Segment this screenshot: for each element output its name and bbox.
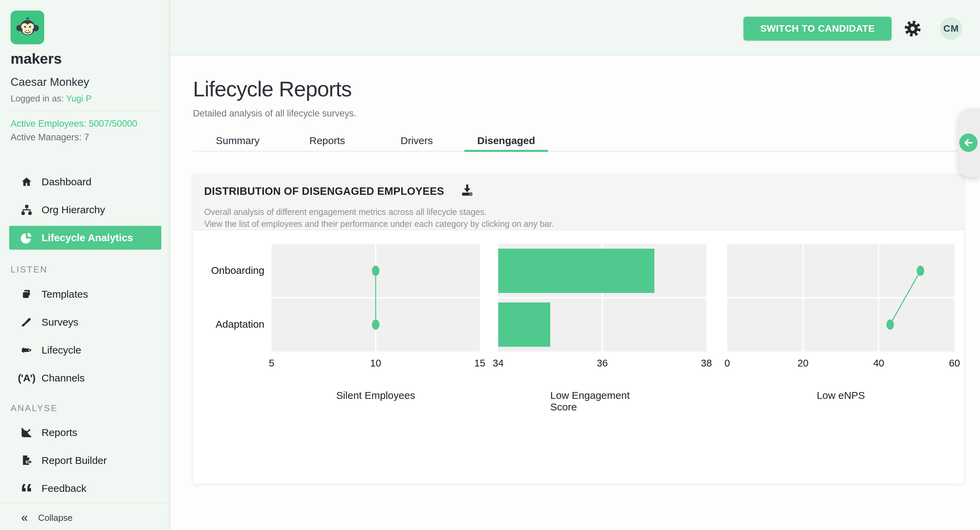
quote-icon: “ — [20, 482, 33, 495]
tab-disengaged[interactable]: Disengaged — [461, 133, 551, 151]
user-avatar[interactable]: CM — [940, 18, 962, 40]
x-axis-tick: 40 — [873, 358, 884, 369]
plot-area — [498, 244, 706, 351]
sidebar-divider — [11, 111, 160, 111]
x-axis-tick: 60 — [949, 358, 960, 369]
listen-nav: Templates Surveys Lifecycle ('A') — [9, 283, 161, 394]
home-icon — [20, 175, 33, 189]
sidebar-item-label: Lifecycle Analytics — [41, 232, 133, 244]
disengaged-distribution-card: DISTRIBUTION OF DISENGAGED EMPLOYEES Ove… — [193, 175, 964, 484]
tab-summary[interactable]: Summary — [193, 133, 282, 151]
switch-to-candidate-button[interactable]: SWITCH TO CANDIDATE — [743, 17, 891, 40]
chart-low-engagement-score: 343638Low Engagement Score — [498, 230, 706, 483]
gridline-horizontal — [727, 297, 955, 299]
plot-area — [272, 244, 480, 351]
sidebar-item-reports[interactable]: Reports — [9, 421, 161, 444]
main-content: Lifecycle Reports Detailed analysis of a… — [170, 56, 980, 530]
pie-chart-icon — [20, 231, 33, 244]
settings-gear-icon[interactable] — [904, 19, 922, 38]
open-drawer-button[interactable] — [959, 134, 978, 152]
sidebar-bottom-divider — [0, 503, 170, 503]
sidebar-item-label: Surveys — [41, 316, 78, 328]
tab-drivers[interactable]: Drivers — [372, 133, 461, 151]
download-icon[interactable] — [458, 180, 477, 200]
x-axis-tick: 0 — [724, 358, 730, 369]
main-nav: Dashboard Org Hierarchy Lifecycle Anal — [9, 170, 161, 254]
file-export-icon — [20, 454, 33, 467]
x-axis-tick: 34 — [493, 358, 504, 369]
sidebar: makers Caesar Monkey Logged in as: Yugi … — [0, 0, 170, 530]
data-point-adaptation[interactable] — [372, 319, 379, 330]
sidebar-item-label: Channels — [41, 372, 85, 384]
app-logo[interactable] — [11, 11, 44, 44]
page-title: Lifecycle Reports — [193, 77, 352, 101]
sidebar-item-label: Templates — [41, 289, 88, 300]
sidebar-item-lifecycle-analytics[interactable]: Lifecycle Analytics — [9, 226, 161, 250]
sidebar-item-feedback[interactable]: “ Feedback — [9, 477, 161, 500]
side-drawer — [958, 108, 980, 177]
x-axis-tick: 15 — [474, 358, 485, 369]
sidebar-item-channels[interactable]: ('A') Channels — [9, 366, 161, 390]
analyse-nav: Reports Report Builder “ Feedback — [9, 421, 161, 504]
chart-title: Low eNPS — [817, 390, 865, 401]
chart-silent-employees: 51015Silent Employees — [272, 230, 480, 483]
sidebar-item-dashboard[interactable]: Dashboard — [9, 170, 161, 194]
sidebar-item-label: Reports — [41, 427, 77, 438]
collapse-sidebar-button[interactable]: « Collapse — [0, 508, 170, 528]
sidebar-item-lifecycle[interactable]: Lifecycle — [9, 338, 161, 362]
sitemap-icon — [20, 203, 33, 217]
sidebar-item-templates[interactable]: Templates — [9, 283, 161, 306]
bar-adaptation[interactable] — [498, 302, 550, 347]
sidebar-user-name: Caesar Monkey — [11, 76, 89, 89]
charts-area: OnboardingAdaptation51015Silent Employee… — [193, 230, 964, 483]
tab-reports[interactable]: Reports — [282, 133, 372, 151]
x-axis-tick: 5 — [269, 358, 274, 369]
collapse-label: Collapse — [38, 512, 73, 523]
brand-name: makers — [11, 50, 62, 67]
data-point-onboarding[interactable] — [917, 266, 924, 276]
rocket-icon — [20, 343, 33, 357]
arrow-left-icon — [963, 137, 974, 148]
gridline-horizontal — [498, 297, 706, 299]
category-label-adaptation: Adaptation — [207, 318, 264, 330]
card-title: DISTRIBUTION OF DISENGAGED EMPLOYEES — [204, 185, 444, 198]
sidebar-item-label: Feedback — [41, 483, 86, 494]
copy-icon — [20, 287, 33, 301]
sidebar-item-label: Lifecycle — [41, 344, 81, 356]
chart-title: Low Engagement Score — [550, 390, 654, 413]
active-managers-stat: Active Managers: 7 — [11, 132, 89, 143]
chevron-double-left-icon: « — [21, 512, 28, 524]
brush-icon — [20, 315, 33, 329]
card-description-line2: View the list of employees and their per… — [204, 219, 554, 229]
sidebar-item-label: Report Builder — [41, 455, 107, 466]
sidebar-item-surveys[interactable]: Surveys — [9, 310, 161, 334]
data-point-adaptation[interactable] — [886, 319, 894, 330]
sidebar-item-report-builder[interactable]: Report Builder — [9, 449, 161, 473]
x-axis-tick: 10 — [370, 358, 381, 369]
section-title-listen: LISTEN — [11, 264, 48, 275]
report-tabs: Summary Reports Drivers Disengaged — [193, 133, 980, 152]
page-subtitle: Detailed analysis of all lifecycle surve… — [193, 108, 356, 119]
x-axis-tick: 38 — [701, 358, 712, 369]
sidebar-item-label: Dashboard — [41, 176, 92, 188]
card-description-line1: Overall analysis of different engagement… — [204, 207, 487, 217]
logged-in-user[interactable]: Yugi P — [66, 93, 92, 104]
bar-onboarding[interactable] — [498, 249, 654, 293]
sidebar-item-org-hierarchy[interactable]: Org Hierarchy — [9, 198, 161, 222]
chart-low-enps: 0204060Low eNPS — [727, 230, 955, 483]
category-label-onboarding: Onboarding — [207, 265, 264, 276]
plot-area — [727, 244, 955, 351]
sidebar-item-label: Org Hierarchy — [41, 204, 105, 216]
logged-in-as: Logged in as: Yugi P — [11, 93, 92, 104]
chart-line-icon — [20, 426, 33, 439]
card-header: DISTRIBUTION OF DISENGAGED EMPLOYEES Ove… — [193, 175, 964, 230]
logged-in-prefix: Logged in as: — [11, 93, 64, 104]
monkey-icon — [15, 15, 40, 40]
active-employees-stat: Active Employees: 5007/50000 — [11, 118, 137, 129]
chart-title: Silent Employees — [336, 390, 415, 401]
broadcast-icon: ('A') — [20, 371, 33, 385]
x-axis-tick: 20 — [798, 358, 808, 369]
section-title-analyse: ANALYSE — [11, 403, 58, 413]
data-point-onboarding[interactable] — [372, 266, 379, 276]
x-axis-tick: 36 — [597, 358, 608, 369]
